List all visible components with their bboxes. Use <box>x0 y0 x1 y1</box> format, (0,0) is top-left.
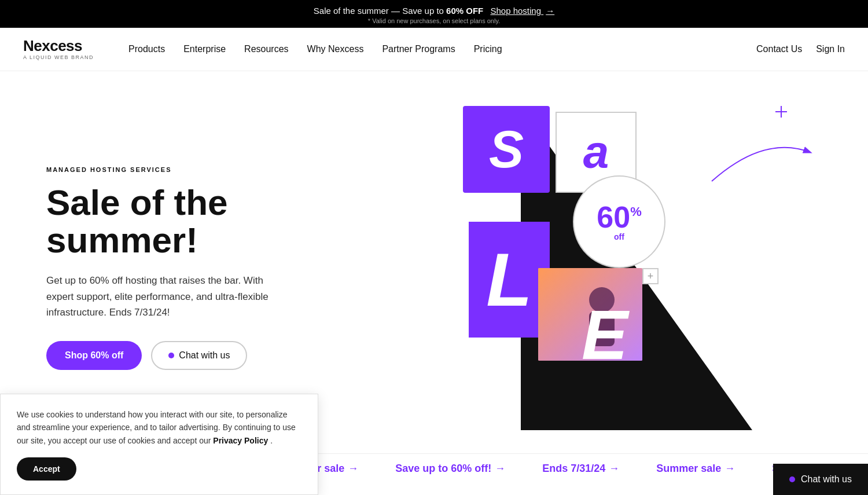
top-banner: Sale of the summer — Save up to 60% OFF … <box>0 0 868 28</box>
plus-icon: + <box>642 268 659 284</box>
hero-title: Sale of the summer! <box>46 184 370 259</box>
nav-item-enterprise[interactable]: Enterprise <box>183 44 226 54</box>
privacy-policy-link[interactable]: Privacy Policy <box>213 436 268 445</box>
nav-item-partner-programs[interactable]: Partner Programs <box>382 44 455 54</box>
discount-off: off <box>614 232 624 241</box>
nav-item-why-nexcess[interactable]: Why Nexcess <box>307 44 364 54</box>
chat-widget-label: Chat with us <box>801 474 852 483</box>
ticker-item[interactable]: Summer sale→ <box>638 463 753 475</box>
collage-box-s: S <box>463 106 550 193</box>
hero-buttons: Shop 60% off Chat with us <box>46 341 370 370</box>
cookie-suffix: . <box>270 436 273 445</box>
shop-arrow: → <box>546 6 554 16</box>
letter-s: S <box>489 120 524 179</box>
collage-box-l: L <box>469 222 550 338</box>
letter-e: E <box>582 295 628 375</box>
nav-links: Products Enterprise Resources Why Nexces… <box>128 44 756 54</box>
banner-bold: 60% OFF <box>446 6 483 16</box>
nav-item-products[interactable]: Products <box>128 44 165 54</box>
shop-hosting-link[interactable]: Shop hosting → <box>490 6 554 16</box>
ticker-item[interactable]: Save up to 60% off!→ <box>377 463 524 475</box>
nav-item-resources[interactable]: Resources <box>244 44 288 54</box>
logo[interactable]: Nexcess A LIQUID WEB BRAND <box>23 38 94 60</box>
ticker-item[interactable]: Ends 7/31/24→ <box>524 463 638 475</box>
letter-a: a <box>583 126 609 179</box>
cookie-banner: We use cookies to understand how you int… <box>0 394 318 483</box>
letter-l: L <box>486 236 532 323</box>
hero-collage: S a 60 % off L <box>393 106 822 430</box>
chat-widget[interactable]: Chat with us <box>773 464 868 483</box>
banner-disclaimer: * Valid on new purchases, on select plan… <box>12 17 856 24</box>
sign-in-link[interactable]: Sign In <box>816 44 845 54</box>
shop-60-button[interactable]: Shop 60% off <box>46 341 142 370</box>
nav-item-pricing[interactable]: Pricing <box>474 44 502 54</box>
contact-us-link[interactable]: Contact Us <box>756 44 802 54</box>
curve-arrow <box>706 123 822 193</box>
nav-right: Contact Us Sign In <box>756 44 845 54</box>
banner-line1: Sale of the summer — Save up to 60% OFF … <box>12 6 856 16</box>
chat-dot <box>168 353 174 358</box>
cookie-text: We use cookies to understand how you int… <box>17 408 301 447</box>
collage-discount-circle: 60 % off <box>573 175 665 268</box>
hero-description: Get up to 60% off hosting that raises th… <box>46 273 289 320</box>
collage-box-e: E <box>567 297 642 372</box>
cookie-accept-button[interactable]: Accept <box>17 457 76 481</box>
hero-content: MANAGED HOSTING SERVICES Sale of the sum… <box>46 166 370 370</box>
discount-percent: % <box>630 206 642 218</box>
logo-text: Nexcess <box>23 38 94 53</box>
chat-label: Chat with us <box>179 350 230 361</box>
navbar: Nexcess A LIQUID WEB BRAND Products Ente… <box>0 28 868 71</box>
hero-eyebrow: MANAGED HOSTING SERVICES <box>46 166 370 173</box>
discount-number: 60 <box>597 202 630 232</box>
deco-cross <box>775 106 787 118</box>
banner-prefix: Sale of the summer — Save up to <box>314 6 446 16</box>
chat-widget-dot <box>789 476 795 482</box>
logo-sub: A LIQUID WEB BRAND <box>23 54 94 60</box>
chat-with-us-button[interactable]: Chat with us <box>151 341 247 370</box>
